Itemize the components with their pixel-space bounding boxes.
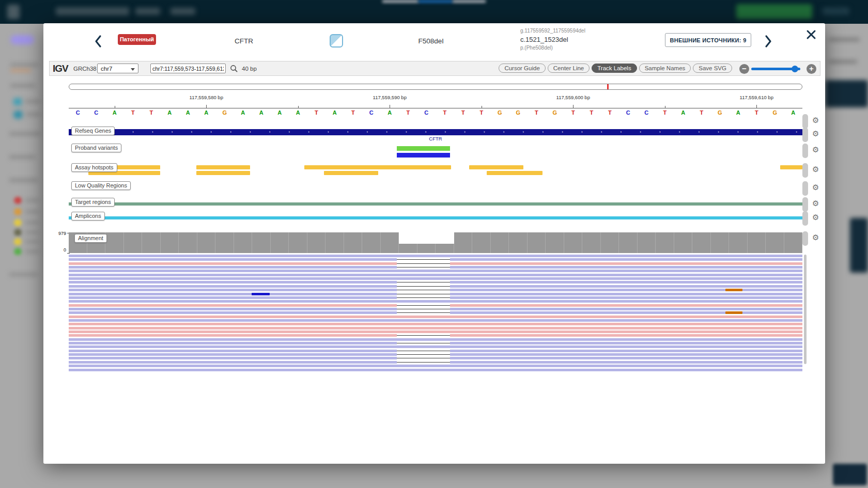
track-resize-handle-alignment[interactable]: [802, 231, 808, 246]
background-logo: [7, 5, 20, 19]
ideogram-position-marker: [607, 84, 609, 89]
track-label-low-quality[interactable]: Low Quality Regions: [71, 181, 131, 190]
sequence-base: G: [491, 109, 509, 117]
sequence-base: A: [289, 109, 307, 117]
strand-arrow-icon: ›: [640, 130, 641, 134]
strand-arrow-icon: ›: [386, 130, 388, 134]
zoom-in-button[interactable]: +: [807, 64, 816, 74]
track-resize-handle-refseq-genes[interactable]: [802, 128, 808, 142]
track-label-target[interactable]: Target regions: [71, 198, 115, 207]
ruler-tick: [756, 105, 757, 108]
read-row: [69, 357, 802, 359]
background-orange-dot: [14, 208, 22, 215]
track-label-hotspots[interactable]: Assay hotspots: [71, 163, 117, 172]
strand-arrow-icon: ›: [523, 130, 524, 134]
track-settings-gear-low-quality-regions[interactable]: ⚙: [812, 183, 820, 192]
background-navy-block: [850, 218, 868, 273]
background-purple-pill: [10, 35, 34, 44]
track-label-refseq[interactable]: Refseq Genes: [71, 127, 115, 135]
read-row: [69, 262, 802, 265]
coverage-column: [546, 232, 564, 253]
strand-arrow-icon: ›: [757, 130, 758, 134]
coverage-column: [784, 232, 803, 253]
zoom-slider-thumb[interactable]: [792, 66, 798, 72]
track-settings-gear-assay-hotspots[interactable]: ⚙: [812, 165, 820, 174]
deletion-gap: [397, 311, 451, 314]
igv-toggle-buttons: Cursor GuideCenter LineTrack LabelsSampl…: [499, 64, 732, 73]
sequence-base: T: [528, 109, 546, 117]
toolbar-toggle-save-svg[interactable]: Save SVG: [693, 64, 732, 73]
background-dark-button: [833, 464, 867, 485]
strand-arrow-icon: ›: [699, 130, 700, 134]
sequence-base: A: [234, 109, 253, 117]
coverage-column: [711, 232, 730, 253]
toolbar-toggle-track-labels[interactable]: Track Labels: [592, 64, 637, 73]
coverage-column: [124, 232, 143, 253]
zoom-out-button[interactable]: −: [739, 64, 749, 74]
close-modal-button[interactable]: [806, 29, 816, 41]
background-text-line: [829, 60, 857, 64]
sequence-base: T: [601, 109, 619, 117]
deletion-gap: [397, 341, 451, 345]
track-settings-gear-alignment[interactable]: ⚙: [812, 233, 820, 242]
toolbar-toggle-sample-names[interactable]: Sample Names: [639, 64, 691, 73]
sequence-base: A: [197, 109, 216, 117]
alignment-scrollbar[interactable]: [804, 255, 807, 364]
track-label-proband[interactable]: Proband variants: [71, 144, 121, 152]
sequence-base: G: [711, 109, 730, 117]
track-resize-handle-proband-variants[interactable]: [802, 144, 808, 158]
strand-arrow-icon: ›: [152, 130, 153, 134]
background-text-line: [10, 63, 39, 67]
deletion-gap: [397, 258, 451, 261]
read-row: [69, 311, 802, 314]
deletion-gap: [397, 304, 451, 307]
read-row: [69, 274, 802, 276]
chromosome-ideogram[interactable]: [69, 84, 802, 90]
track-settings-gear-refseq-genes[interactable]: ⚙: [812, 130, 820, 138]
toolbar-toggle-center-line[interactable]: Center Line: [548, 64, 590, 73]
track-settings-gear-amplicons[interactable]: ⚙: [812, 213, 820, 222]
read-row: [69, 345, 802, 348]
track-label-amplicons[interactable]: Amplicons: [71, 212, 105, 221]
track-resize-handle-target-regions[interactable]: [802, 197, 808, 212]
external-sources-button[interactable]: ВНЕШНИЕ ИСТОЧНИКИ: 9: [665, 33, 751, 47]
background-text-line: [25, 221, 39, 224]
hotspot-segment: [196, 165, 250, 169]
deletion-gap: [397, 296, 451, 300]
strand-arrow-icon: ›: [581, 130, 583, 134]
track-resize-handle-assay-hotspots[interactable]: [802, 163, 808, 178]
coverage-column: [105, 232, 124, 253]
track-resize-handle-sequence[interactable]: [802, 114, 808, 129]
read-row: [69, 319, 802, 322]
view-toggle-icon[interactable]: [330, 34, 343, 48]
sequence-base: A: [252, 109, 271, 117]
track-settings-gear-proband-variants[interactable]: ⚙: [812, 146, 820, 154]
track-settings-gear-sequence[interactable]: ⚙: [812, 116, 820, 124]
deletion-gap: [397, 285, 451, 288]
sequence-base: C: [87, 109, 106, 117]
strand-arrow-icon: ›: [659, 130, 661, 134]
read-row: [69, 266, 802, 269]
background-text-line: [25, 231, 39, 234]
track-resize-handle-amplicons[interactable]: [802, 211, 808, 226]
deletion-gap: [397, 360, 451, 364]
track-settings-gear-target-regions[interactable]: ⚙: [812, 199, 820, 208]
previous-variant-button[interactable]: [94, 35, 102, 50]
chromosome-select[interactable]: chr7: [97, 64, 138, 73]
toolbar-toggle-cursor-guide[interactable]: Cursor Guide: [499, 64, 545, 73]
coverage-column: [729, 232, 748, 253]
next-variant-button[interactable]: [764, 35, 772, 50]
locus-input[interactable]: [150, 64, 226, 73]
read-row: [69, 308, 802, 310]
sequence-base: C: [362, 109, 381, 117]
coverage-column: [674, 232, 693, 253]
search-icon[interactable]: [230, 65, 238, 74]
chevron-down-icon: [131, 68, 135, 71]
track-label-alignment[interactable]: Alignment: [74, 234, 107, 243]
strand-arrow-icon: ›: [503, 130, 505, 134]
pathogenicity-badge: Патогенный: [118, 34, 156, 45]
strand-arrow-icon: ›: [737, 130, 739, 134]
background-yellow-dot: [14, 238, 22, 245]
sequence-base: A: [271, 109, 289, 117]
track-resize-handle-low-quality-regions[interactable]: [802, 181, 808, 196]
